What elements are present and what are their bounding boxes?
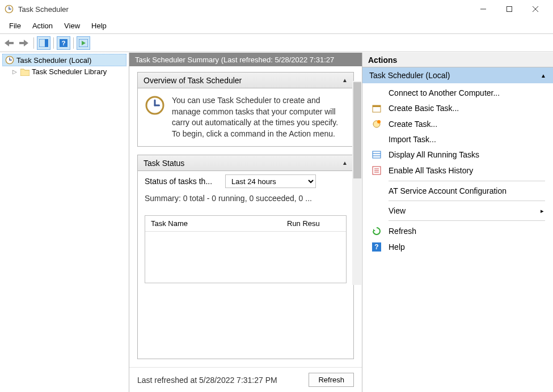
action-label: Help — [389, 242, 405, 252]
action-create-task[interactable]: Create Task... — [362, 116, 553, 132]
action-create-basic-task[interactable]: Create Basic Task... — [362, 100, 553, 116]
separator — [389, 181, 545, 181]
clock-icon — [145, 95, 165, 116]
svg-rect-4 — [507, 7, 512, 12]
action-label: Create Task... — [389, 120, 437, 129]
task-status-header[interactable]: Task Status ▲ — [138, 155, 353, 171]
svg-text:?: ? — [62, 40, 66, 46]
show-hide-action-pane-button[interactable] — [37, 36, 50, 50]
title-bar: Task Scheduler — [0, 0, 553, 18]
overview-title: Overview of Task Scheduler — [143, 76, 242, 85]
svg-rect-22 — [373, 151, 381, 158]
help-button[interactable]: ? — [57, 36, 70, 50]
separator — [389, 220, 545, 221]
minimize-button[interactable] — [470, 0, 496, 18]
content-header: Task Scheduler Summary (Last refreshed: … — [129, 53, 362, 66]
actions-list: Connect to Another Computer... Create Ba… — [362, 83, 553, 257]
action-help[interactable]: ? Help — [362, 239, 553, 255]
tree-pane: Task Scheduler (Local) ▷ Task Scheduler … — [0, 53, 129, 392]
last-refreshed-text: Last refreshed at 5/28/2022 7:31:27 PM — [137, 376, 303, 385]
action-enable-tasks-history[interactable]: Enable All Tasks History — [362, 163, 553, 178]
scrollbar-thumb[interactable] — [353, 82, 361, 178]
action-label: View — [389, 206, 406, 215]
col-run-result[interactable]: Run Resu — [281, 216, 346, 231]
actions-pane: Actions Task Scheduler (Local) ▲ Connect… — [362, 53, 553, 392]
action-label: AT Service Account Configuration — [389, 186, 506, 195]
action-label: Enable All Tasks History — [389, 166, 473, 175]
run-button[interactable] — [77, 36, 90, 50]
overview-text: You can use Task Scheduler to create and… — [172, 95, 347, 139]
menu-view[interactable]: View — [58, 19, 86, 32]
period-dropdown[interactable]: Last 24 hours — [225, 174, 316, 188]
folder-icon — [20, 68, 29, 76]
overview-panel-header[interactable]: Overview of Task Scheduler ▲ — [138, 73, 353, 88]
tree-root-item[interactable]: Task Scheduler (Local) — [2, 54, 126, 66]
menu-action[interactable]: Action — [27, 19, 58, 32]
action-view[interactable]: View — [362, 203, 553, 218]
overview-panel: Overview of Task Scheduler ▲ You can use… — [137, 72, 354, 147]
action-refresh[interactable]: Refresh — [362, 223, 553, 239]
svg-rect-8 — [45, 39, 48, 47]
refresh-icon — [372, 226, 382, 236]
collapse-icon[interactable]: ▲ — [342, 77, 348, 83]
task-status-panel: Task Status ▲ Status of tasks th... Last… — [137, 155, 354, 359]
separator — [389, 201, 545, 201]
status-label: Status of tasks th... — [145, 177, 218, 186]
svg-rect-19 — [373, 105, 381, 107]
collapse-icon[interactable]: ▲ — [541, 73, 546, 79]
action-label: Import Task... — [389, 135, 436, 144]
collapse-icon[interactable]: ▲ — [342, 160, 348, 166]
task-status-title: Task Status — [143, 159, 184, 168]
tree-root-label: Task Scheduler (Local) — [16, 56, 91, 65]
footer-row: Last refreshed at 5/28/2022 7:31:27 PM R… — [129, 367, 362, 392]
clock-icon — [5, 56, 14, 65]
col-task-name[interactable]: Task Name — [145, 216, 281, 231]
display-icon — [372, 150, 382, 160]
toolbar: ? — [0, 34, 553, 52]
svg-text:?: ? — [374, 243, 378, 251]
maximize-button[interactable] — [496, 0, 522, 18]
actions-header: Actions — [362, 53, 553, 67]
menu-file[interactable]: File — [3, 19, 27, 32]
action-at-service-config[interactable]: AT Service Account Configuration — [362, 184, 553, 198]
action-display-running-tasks[interactable]: Display All Running Tasks — [362, 147, 553, 163]
menu-help[interactable]: Help — [86, 19, 112, 32]
svg-point-21 — [377, 120, 381, 123]
task-table: Task Name Run Resu — [145, 215, 347, 283]
expander-icon[interactable]: ▷ — [12, 69, 18, 75]
task-icon — [372, 119, 382, 129]
menu-bar: File Action View Help — [0, 18, 553, 34]
action-connect-computer[interactable]: Connect to Another Computer... — [362, 86, 553, 100]
action-label: Display All Running Tasks — [389, 150, 479, 159]
window-title: Task Scheduler — [18, 5, 470, 14]
tree-child-label: Task Scheduler Library — [32, 67, 107, 76]
action-import-task[interactable]: Import Task... — [362, 132, 553, 147]
basic-task-icon — [372, 103, 382, 113]
action-label: Refresh — [389, 227, 416, 236]
tree-child-item[interactable]: ▷ Task Scheduler Library — [10, 66, 126, 77]
main-area: Task Scheduler (Local) ▷ Task Scheduler … — [0, 52, 553, 392]
app-icon — [5, 5, 14, 14]
actions-subheader-label: Task Scheduler (Local) — [369, 71, 450, 80]
content-pane: Task Scheduler Summary (Last refreshed: … — [129, 53, 362, 392]
help-icon: ? — [372, 242, 382, 252]
forward-button[interactable] — [17, 36, 31, 50]
refresh-button[interactable]: Refresh — [309, 373, 354, 387]
history-icon — [372, 165, 382, 176]
actions-subheader[interactable]: Task Scheduler (Local) ▲ — [362, 67, 553, 83]
summary-line: Summary: 0 total - 0 running, 0 succeede… — [138, 191, 353, 211]
action-label: Connect to Another Computer... — [389, 88, 500, 97]
close-button[interactable] — [522, 0, 548, 18]
back-button[interactable] — [2, 36, 16, 50]
action-label: Create Basic Task... — [389, 104, 459, 113]
